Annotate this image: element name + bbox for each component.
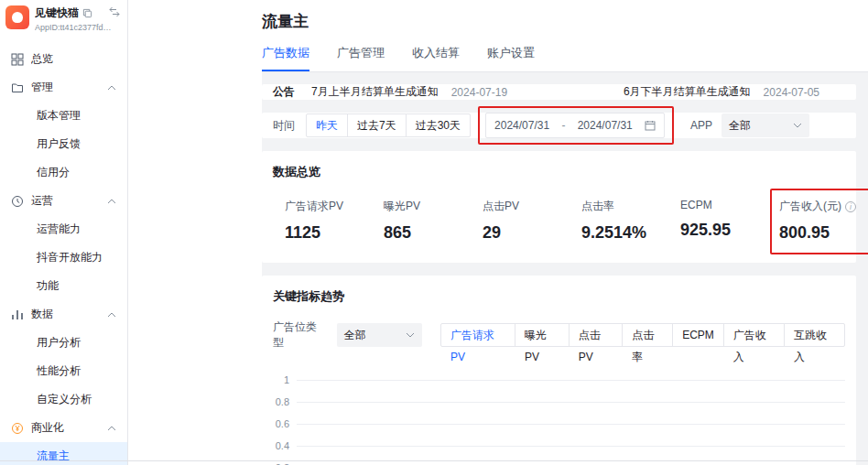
sidebar-group-data[interactable]: 数据 xyxy=(0,300,127,329)
metric-click-pv: 点击PV 29 xyxy=(483,199,581,243)
chevron-up-icon xyxy=(107,426,116,431)
sidebar-group-label: 运营 xyxy=(31,193,100,209)
date-separator: - xyxy=(561,119,565,132)
metric-tab-impression-pv[interactable]: 曝光PV xyxy=(515,323,570,347)
range-last7days-button[interactable]: 过去7天 xyxy=(347,114,407,137)
sidebar-group-management[interactable]: 管理 xyxy=(0,73,127,102)
metric-click-rate: 点击率 9.2514% xyxy=(581,199,680,243)
app-switcher[interactable]: 见键快猫 AppID:tt41c2377fde... xyxy=(0,0,127,36)
trend-chart: 1 0.8 0.6 0.4 0.2 xyxy=(273,369,845,465)
slot-type-label: 广告位类型 xyxy=(273,319,326,351)
data-overview-card: 数据总览 广告请求PV 1125 曝光PV 865 点击PV 29 点击率 9.… xyxy=(262,151,856,263)
announcement-date-1: 2024-07-19 xyxy=(451,86,507,99)
info-icon[interactable] xyxy=(845,201,856,212)
overview-icon xyxy=(11,53,24,66)
date-range-picker[interactable]: 2024/07/31 - 2024/07/31 xyxy=(485,113,665,138)
sidebar-item-features[interactable]: 功能 xyxy=(0,272,127,300)
sidebar-item-performance-analysis[interactable]: 性能分析 xyxy=(0,357,127,385)
metrics-row: 广告请求PV 1125 曝光PV 865 点击PV 29 点击率 9.2514%… xyxy=(273,199,845,243)
range-yesterday-button[interactable]: 昨天 xyxy=(306,114,348,137)
app-select[interactable]: 全部 xyxy=(722,114,809,137)
metric-tab-click-pv[interactable]: 点击PV xyxy=(569,323,624,347)
metric-ad-request-pv: 广告请求PV 1125 xyxy=(285,199,384,243)
sidebar-group-label: 商业化 xyxy=(31,420,100,436)
metric-tab-group: 广告请求PV 曝光PV 点击PV 点击率 ECPM 广告收入 互跳收入 xyxy=(440,323,845,347)
chevron-up-icon xyxy=(107,312,116,318)
calendar-icon xyxy=(645,120,656,131)
sidebar-group-operations[interactable]: 运营 xyxy=(0,187,127,215)
sidebar-group-commercialization[interactable]: 商业化 xyxy=(0,414,127,442)
app-filter-label: APP xyxy=(690,119,712,132)
page-title: 流量主 xyxy=(262,11,868,32)
trends-controls: 广告位类型 全部 广告请求PV 曝光PV 点击PV 点击率 ECPM 广告收入 … xyxy=(273,319,845,351)
gridline: 0.4 xyxy=(273,435,845,457)
chevron-down-icon xyxy=(793,123,802,128)
announcement-link-1[interactable]: 7月上半月结算单生成通知 xyxy=(311,84,439,100)
trends-card: 关键指标趋势 广告位类型 全部 广告请求PV 曝光PV 点击PV 点击率 ECP… xyxy=(262,276,856,465)
metric-tab-ad-request-pv[interactable]: 广告请求PV xyxy=(440,323,515,347)
data-overview-title: 数据总览 xyxy=(273,164,845,180)
sidebar-item-douyin-open-ability[interactable]: 抖音开放能力 xyxy=(0,243,127,272)
app-select-value: 全部 xyxy=(729,118,751,134)
gridline: 1 xyxy=(273,369,845,391)
chevron-down-icon xyxy=(406,332,415,338)
app-id: AppID:tt41c2377fde... xyxy=(35,23,114,32)
date-end: 2024/07/31 xyxy=(578,119,633,132)
tab-ad-data[interactable]: 广告数据 xyxy=(262,45,309,71)
announcement-link-2[interactable]: 6月下半月结算单生成通知 xyxy=(624,84,751,100)
chevron-up-icon xyxy=(107,85,116,91)
tab-ad-management[interactable]: 广告管理 xyxy=(337,45,385,71)
date-start: 2024/07/31 xyxy=(494,119,549,132)
announcement-label: 公告 xyxy=(273,84,295,100)
metric-tab-ad-revenue[interactable]: 广告收入 xyxy=(723,323,785,347)
commercialization-icon xyxy=(11,422,24,435)
metric-tab-cross-jump-revenue[interactable]: 互跳收入 xyxy=(784,323,845,347)
sidebar-group-label: 数据 xyxy=(31,307,100,322)
tab-account-settings[interactable]: 账户设置 xyxy=(487,45,535,71)
sidebar-menu: 总览 管理 版本管理 用户反馈 信用分 运营 运营能力 抖音开放能力 功能 数据 xyxy=(0,36,127,465)
range-last30days-button[interactable]: 过去30天 xyxy=(406,114,471,137)
sidebar: 见键快猫 AppID:tt41c2377fde... 总览 管理 版本管理 xyxy=(0,0,128,465)
app-name: 见键快猫 xyxy=(35,5,79,21)
sidebar-item-user-feedback[interactable]: 用户反馈 xyxy=(0,130,127,158)
chevron-up-icon xyxy=(107,199,116,204)
main-content: 流量主 广告数据 广告管理 收入结算 账户设置 公告 7月上半月结算单生成通知 … xyxy=(129,0,868,465)
slot-type-value: 全部 xyxy=(344,328,366,343)
quick-range-group: 昨天 过去7天 过去30天 xyxy=(306,114,471,137)
copy-icon[interactable] xyxy=(82,8,92,18)
date-range-wrapper: 2024/07/31 - 2024/07/31 xyxy=(485,113,665,138)
metric-ad-revenue: 广告收入(元) 800.95 xyxy=(779,199,868,243)
sidebar-item-user-analysis[interactable]: 用户分析 xyxy=(0,329,127,357)
tab-income-settlement[interactable]: 收入结算 xyxy=(412,45,460,71)
sidebar-item-version-management[interactable]: 版本管理 xyxy=(0,102,127,130)
gridline: 0.6 xyxy=(273,413,845,435)
sidebar-item-credit-score[interactable]: 信用分 xyxy=(0,158,127,187)
page-tabs: 广告数据 广告管理 收入结算 账户设置 xyxy=(262,45,868,72)
management-icon xyxy=(11,81,24,94)
time-filter-label: 时间 xyxy=(273,118,295,134)
announcement-bar: 公告 7月上半月结算单生成通知 2024-07-19 6月下半月结算单生成通知 … xyxy=(262,84,856,100)
gridline: 0.8 xyxy=(273,391,845,413)
page-body: 公告 7月上半月结算单生成通知 2024-07-19 6月下半月结算单生成通知 … xyxy=(129,72,868,465)
app-logo xyxy=(5,5,29,29)
data-icon xyxy=(11,308,24,321)
metric-ecpm: ECPM 925.95 xyxy=(680,199,779,243)
page-header: 流量主 广告数据 广告管理 收入结算 账户设置 xyxy=(129,0,868,72)
sidebar-group-label: 管理 xyxy=(31,80,100,95)
trends-title: 关键指标趋势 xyxy=(273,288,845,305)
sidebar-item-label: 总览 xyxy=(31,51,116,67)
sidebar-item-custom-analysis[interactable]: 自定义分析 xyxy=(0,385,127,414)
announcement-date-2: 2024-07-05 xyxy=(764,86,819,99)
window-bottom-edge xyxy=(0,460,868,461)
collapse-sidebar-icon[interactable] xyxy=(109,6,120,17)
sidebar-item-traffic-master[interactable]: 流量主 xyxy=(0,442,127,465)
slot-type-select[interactable]: 全部 xyxy=(337,323,422,347)
metric-tab-click-rate[interactable]: 点击率 xyxy=(622,323,673,347)
metric-impression-pv: 曝光PV 865 xyxy=(384,199,483,243)
operations-icon xyxy=(11,195,24,208)
filter-bar: 时间 昨天 过去7天 过去30天 2024/07/31 - 2024/07/31… xyxy=(262,113,856,138)
sidebar-item-overview[interactable]: 总览 xyxy=(0,45,127,73)
sidebar-item-operation-ability[interactable]: 运营能力 xyxy=(0,215,127,243)
metric-tab-ecpm[interactable]: ECPM xyxy=(672,323,724,347)
